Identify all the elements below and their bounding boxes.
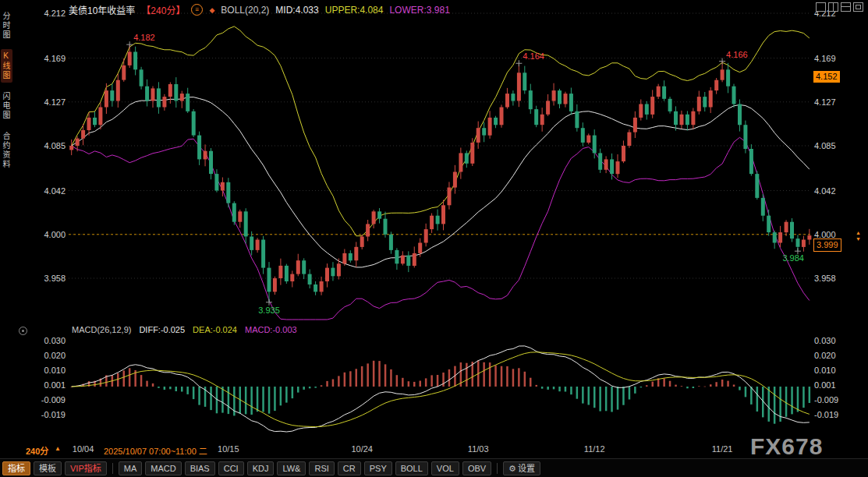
bollinger-bands-layer bbox=[72, 26, 810, 320]
price-axis-label-right: 4.042 bbox=[814, 186, 836, 196]
axis-scale-up-icon[interactable]: ▲ bbox=[856, 230, 861, 235]
macd-panel-icon[interactable] bbox=[19, 327, 27, 335]
sidebar-item-contract-info[interactable]: 合约资料 bbox=[1, 129, 12, 171]
toolbar-tab-indicators[interactable]: 指标 bbox=[2, 461, 30, 475]
chart-header: 美债10年收益率 【240分】 ≡ ◆ BOLL(20,2) MID:4.033… bbox=[69, 3, 450, 16]
toolbar-divider bbox=[112, 463, 113, 474]
macd-diff-value: DIFF:-0.025 bbox=[139, 325, 185, 334]
macd-axis-label-left: -0.019 bbox=[36, 410, 66, 419]
settings-button[interactable]: ⚙设置 bbox=[503, 461, 540, 475]
toolbar-btn-cr[interactable]: CR bbox=[338, 461, 361, 475]
chart-canvas[interactable]: 4.1823.9354.1644.1663.984 bbox=[0, 0, 868, 477]
pane-split-horizontal-icon[interactable] bbox=[841, 2, 851, 12]
boll-lower-value: LOWER:3.981 bbox=[389, 5, 449, 16]
price-axis-label-left: 4.042 bbox=[37, 186, 66, 196]
price-axis-label-left: 4.000 bbox=[37, 230, 66, 239]
toolbar-btn-rsi[interactable]: RSI bbox=[309, 461, 334, 475]
price-axis-label-right: 4.169 bbox=[814, 54, 836, 63]
sidebar-item-kline[interactable]: K线图 bbox=[1, 49, 12, 83]
boll-label: BOLL(20,2) bbox=[221, 5, 269, 16]
selected-bar-info: 2025/10/07 07:00~11:00 二 bbox=[101, 444, 210, 457]
macd-axis-label-right: -0.009 bbox=[814, 395, 838, 405]
candles-layer bbox=[69, 44, 811, 302]
macd-header: MACD(26,12,9) DIFF:-0.025 DEA:-0.024 MAC… bbox=[72, 325, 297, 334]
macd-axis-label-left: 0.020 bbox=[36, 351, 66, 360]
indicator-menu-icon[interactable]: ≡ bbox=[191, 4, 203, 16]
boll-lower-line bbox=[72, 137, 810, 320]
high-price-annotation: 4.182 bbox=[133, 33, 155, 42]
period-tag: 【240分】 bbox=[141, 3, 185, 16]
chart-type-sidebar: 分时图 K线图 闪电图 合约资料 bbox=[1, 9, 12, 171]
toolbar-tab-vip-indicators[interactable]: VIP指标 bbox=[65, 461, 107, 475]
toolbar-divider bbox=[497, 463, 498, 474]
macd-axis-label-right: -0.019 bbox=[814, 410, 838, 419]
last-price-badge: 3.999 bbox=[813, 238, 841, 252]
macd-axis-label-left: 0.001 bbox=[36, 380, 66, 390]
pane-split-vertical-icon[interactable] bbox=[828, 2, 838, 12]
timeframe-up-icon: ▲ bbox=[55, 445, 61, 452]
indicator-toolbar: 指标 模板 VIP指标 MA MACD BIAS CCI KDJ LW& RSI… bbox=[0, 458, 868, 477]
instrument-title: 美债10年收益率 bbox=[69, 3, 135, 16]
macd-axis-label-left: 0.030 bbox=[36, 336, 66, 345]
price-axis-label-right: 3.958 bbox=[814, 274, 836, 283]
macd-axis-label-left: 0.010 bbox=[36, 366, 66, 375]
toolbar-btn-obv[interactable]: OBV bbox=[462, 461, 491, 475]
price-axis-label-left: 4.127 bbox=[37, 97, 66, 107]
price-axis-label-left: 4.169 bbox=[37, 54, 66, 63]
window-controls bbox=[816, 2, 863, 12]
crosshair-price-badge: 4.152 bbox=[813, 71, 840, 83]
boll-mid-value: MID:4.033 bbox=[275, 5, 318, 16]
toolbar-btn-boll[interactable]: BOLL bbox=[395, 461, 428, 475]
macd-axis-label-right: 0.001 bbox=[814, 380, 836, 390]
sidebar-item-time-chart[interactable]: 分时图 bbox=[1, 9, 12, 42]
macd-axis-label-right: 0.010 bbox=[814, 366, 836, 375]
timeframe-label[interactable]: 240分 bbox=[26, 444, 48, 457]
toolbar-btn-macd[interactable]: MACD bbox=[145, 461, 181, 475]
maximize-icon[interactable] bbox=[853, 2, 863, 12]
settings-label: 设置 bbox=[518, 464, 535, 473]
toolbar-btn-bias[interactable]: BIAS bbox=[185, 461, 215, 475]
toolbar-btn-psy[interactable]: PSY bbox=[364, 461, 392, 475]
toolbar-btn-lwr[interactable]: LW& bbox=[277, 461, 306, 475]
time-axis-row: 240分 ▲ 2025/10/07 07:00~11:00 二 bbox=[0, 443, 868, 457]
macd-dea-value: DEA:-0.024 bbox=[193, 325, 237, 334]
low-price-annotation: 3.935 bbox=[258, 306, 280, 315]
axis-scale-down-icon[interactable]: ▼ bbox=[856, 236, 861, 242]
sidebar-item-lightning-chart[interactable]: 闪电图 bbox=[1, 90, 12, 122]
boll-upper-value: UPPER:4.084 bbox=[325, 5, 384, 16]
price-axis-label-right: 4.000 bbox=[814, 230, 836, 239]
high-price-annotation: 4.166 bbox=[726, 50, 748, 59]
high-price-annotation: 4.164 bbox=[523, 51, 544, 61]
macd-histogram-layer bbox=[71, 361, 811, 424]
macd-axis-label-left: -0.009 bbox=[36, 395, 66, 405]
toolbar-btn-ma[interactable]: MA bbox=[119, 461, 143, 475]
low-price-annotation: 3.984 bbox=[782, 253, 804, 263]
price-axis-label-right: 4.085 bbox=[814, 141, 836, 150]
price-axis-label-left: 4.212 bbox=[37, 9, 66, 18]
pane-single-icon[interactable] bbox=[816, 2, 826, 12]
toolbar-tab-templates[interactable]: 模板 bbox=[34, 461, 62, 475]
macd-axis-label-right: 0.020 bbox=[814, 351, 836, 360]
price-axis-label-right: 4.127 bbox=[814, 97, 836, 107]
toolbar-btn-kdj[interactable]: KDJ bbox=[247, 461, 275, 475]
toolbar-btn-cci[interactable]: CCI bbox=[218, 461, 244, 475]
boll-mid-line bbox=[72, 97, 810, 267]
settings-gear-icon: ⚙ bbox=[508, 464, 516, 473]
marker-icon: ◆ bbox=[209, 6, 214, 14]
toolbar-btn-vol[interactable]: VOL bbox=[431, 461, 459, 475]
price-axis-label-left: 4.085 bbox=[37, 141, 66, 150]
macd-macd-value: MACD:-0.003 bbox=[245, 325, 297, 334]
macd-label: MACD(26,12,9) bbox=[72, 325, 131, 334]
macd-axis-label-right: 0.030 bbox=[814, 336, 836, 345]
price-axis-label-left: 3.958 bbox=[37, 274, 66, 283]
annotations-layer: 4.1823.9354.1644.1663.984 bbox=[126, 33, 804, 315]
